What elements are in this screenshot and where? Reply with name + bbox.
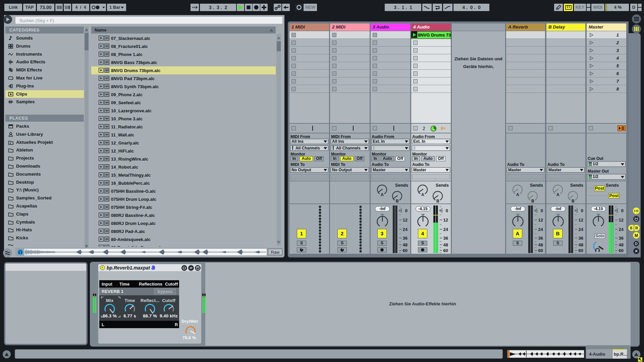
svg-text:24: 24 [579,227,584,232]
svg-text:0: 0 [621,208,624,213]
svg-text:12: 12 [403,218,408,223]
svg-text:36: 36 [538,236,543,241]
svg-text:48: 48 [538,242,543,247]
svg-text:36: 36 [403,236,408,241]
svg-text:48: 48 [619,242,624,247]
svg-text:Reflect...: Reflect... [141,298,159,303]
svg-text:24: 24 [538,227,543,232]
svg-text:60: 60 [579,248,583,253]
svg-text:36: 36 [443,236,448,241]
svg-text:6.77 s: 6.77 s [123,313,136,318]
svg-text:0: 0 [541,208,543,213]
svg-text:Cutoff: Cutoff [162,298,175,303]
svg-text:12: 12 [538,218,543,223]
svg-text:36: 36 [619,236,624,241]
svg-text:12: 12 [579,218,583,223]
svg-text:Time: Time [124,298,135,303]
svg-text:0: 0 [581,208,583,213]
svg-text:60: 60 [538,248,543,253]
svg-text:24: 24 [619,227,624,232]
svg-text:24: 24 [443,227,448,232]
svg-text:48: 48 [403,242,408,247]
svg-text:60: 60 [443,248,448,253]
svg-text:24: 24 [403,227,408,232]
svg-text:12: 12 [443,218,448,223]
svg-text:0: 0 [405,208,408,213]
svg-text:36: 36 [579,236,583,241]
svg-text:48: 48 [443,242,448,247]
svg-text:86.3 %: 86.3 % [103,313,117,318]
svg-text:60: 60 [403,248,408,253]
svg-text:9.40 kHz: 9.40 kHz [160,313,178,318]
svg-text:12: 12 [619,218,624,223]
svg-text:Mix: Mix [106,298,114,303]
svg-text:48: 48 [579,242,583,247]
svg-text:88.7 %: 88.7 % [143,313,157,318]
svg-text:0: 0 [446,208,448,213]
svg-text:60: 60 [619,248,624,253]
